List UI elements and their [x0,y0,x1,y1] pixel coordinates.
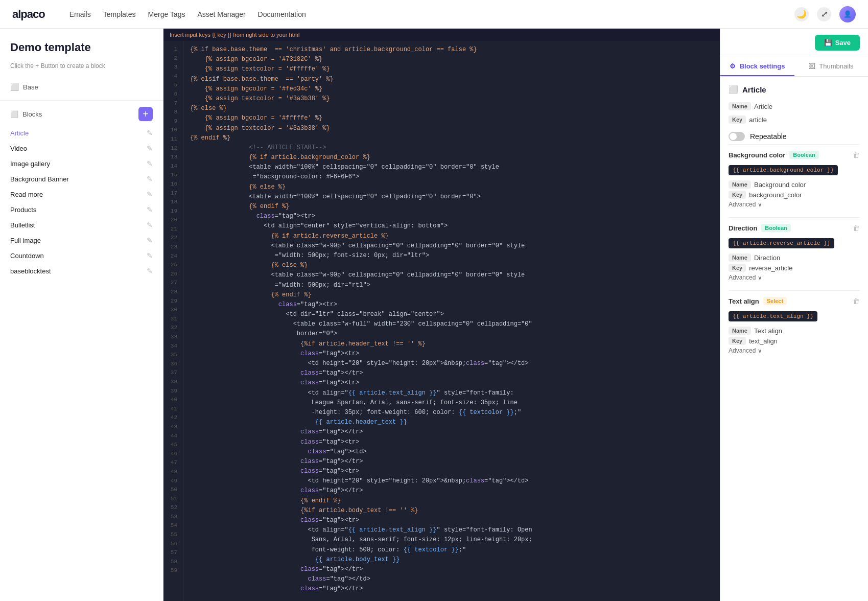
name-value-text_align: Text align [754,327,782,335]
advanced-label-direction: Advanced ∨ [729,274,762,281]
tpl-tag-background_color: {{ article.background_color }} [729,165,838,175]
code-line-47: class="tag"><tr> [190,467,714,476]
input-section-text_align: Text align Select 🗑 {{ article.text_alig… [729,290,860,356]
edit-icon-0[interactable]: ✎ [147,129,153,137]
line-numbers: 1234567891011121314151617181920212223242… [163,41,184,601]
edit-icon-4[interactable]: ✎ [147,190,153,198]
code-line-43: class="tag"></tr> [190,427,714,437]
code-line-36: <td height="20" style="height: 20px">&nb… [190,359,714,368]
key-badge-article: Key [729,115,746,124]
code-line-18: {% else %} [190,182,714,192]
edit-icon-8[interactable]: ✎ [147,251,153,260]
editor-area: Insert input keys {{ key }} from right s… [163,29,720,601]
sidebar-item-bulletlist[interactable]: Bulletlist ✎ [0,217,163,233]
code-line-23: {% if article.reverse_article %} [190,232,714,241]
edit-icon-9[interactable]: ✎ [147,267,153,275]
code-line-48: <td height="20" style="height: 20px">&nb… [190,476,714,486]
code-content[interactable]: {% if base.base.theme == 'christmas' and… [184,41,720,601]
nav-documentation[interactable]: Documentation [258,10,306,18]
blocks-header: ⬜ Blocks + [0,103,163,125]
code-line-16: <table width="100%" cellspacing="0" cell… [190,163,714,172]
nav-templates[interactable]: Templates [103,10,136,18]
code-line-55: font-weight: 500; color: {{ textcolor }}… [190,545,714,555]
tab-thumbnails[interactable]: 🖼 Thumbnails [794,57,869,76]
nav-links: Emails Templates Merge Tags Asset Manage… [69,10,306,18]
sidebar-base-section: ⬜ Base [0,76,163,98]
code-line-54: Sans, Arial, sans-serif; font-size: 12px… [190,535,714,545]
code-line-40: League Spartan, Arial, sans-serif; font-… [190,398,714,408]
input-title-background_color: Background color [729,151,785,159]
save-button[interactable]: 💾 Save [815,35,860,51]
advanced-toggle-direction[interactable]: Advanced ∨ [729,272,860,283]
add-block-button[interactable]: + [138,107,153,121]
sidebar-item-products[interactable]: Products ✎ [0,202,163,217]
edit-icon-6[interactable]: ✎ [147,221,153,229]
code-editor[interactable]: 1234567891011121314151617181920212223242… [163,41,720,601]
input-header-direction: Direction Boolean 🗑 [729,224,860,232]
edit-icon-5[interactable]: ✎ [147,205,153,214]
tpl-tag-text_align: {{ article.text_align }} [729,311,817,321]
delete-icon-text_align[interactable]: 🗑 [853,297,860,305]
name-badge-background_color: Name [729,180,751,189]
code-line-56: {{ article.body_text }} [190,555,714,565]
code-line-2: {% assign bgcolor = '#73182C' %} [190,55,714,64]
edit-icon-7[interactable]: ✎ [147,236,153,244]
sidebar: Demo template Click the + Button to crea… [0,29,163,601]
delete-icon-direction[interactable]: 🗑 [853,224,860,232]
advanced-toggle-background_color[interactable]: Advanced ∨ [729,199,860,210]
avatar[interactable]: 👤 [839,6,856,22]
type-badge-text_align: Select [763,297,787,305]
code-line-20: {% endif %} [190,202,714,212]
advanced-label-text_align: Advanced ∨ [729,347,762,354]
name-badge-text_align: Name [729,327,751,335]
code-line-37: class="tag"></tr> [190,368,714,378]
sidebar-item-article[interactable]: Article ✎ [0,125,163,141]
edit-icon-3[interactable]: ✎ [147,175,153,183]
edit-icon-1[interactable]: ✎ [147,144,153,152]
logo: alpaco [12,8,45,21]
article-name-row: Name Article [729,102,860,110]
repeatable-toggle[interactable] [729,132,745,141]
sidebar-item-image-gallery[interactable]: Image gallery ✎ [0,156,163,171]
input-header-background_color: Background color Boolean 🗑 [729,151,860,159]
input-header-text_align: Text align Select 🗑 [729,297,860,305]
sidebar-item-video[interactable]: Video ✎ [0,141,163,156]
code-line-44: class="tag"><tr> [190,437,714,447]
code-line-19: <table width="100%" cellspacing="0" cell… [190,192,714,202]
code-line-28: ="width: 500px; dir="rtl"> [190,281,714,290]
sidebar-item-full-image[interactable]: Full image ✎ [0,233,163,248]
sidebar-base-label: ⬜ Base [10,80,153,94]
article-key-row: Key article [729,115,860,124]
code-line-25: ="width: 500px; font-size: 0px; dir="ltr… [190,251,714,261]
nav-emails[interactable]: Emails [69,10,91,18]
moon-icon[interactable]: 🌙 [794,7,809,21]
sidebar-item-read-more[interactable]: Read more ✎ [0,187,163,202]
name-badge-direction: Name [729,253,751,262]
blocks-title-label: ⬜ Blocks [10,110,42,118]
article-icon: ⬜ [729,85,738,94]
edit-icon-2[interactable]: ✎ [147,159,153,168]
code-line-58: class="tag"></td> [190,574,714,584]
code-line-35: class="tag"><tr> [190,349,714,359]
sidebar-item-baseblocktest[interactable]: baseblocktest ✎ [0,263,163,279]
code-line-50: {% endif %} [190,496,714,506]
code-line-17: ="background-color: #F6F6F6"> [190,172,714,182]
nav-merge-tags[interactable]: Merge Tags [148,10,185,18]
code-line-30: class="tag"><tr> [190,300,714,310]
code-line-39: <td align="{{ article.text_align }}" sty… [190,388,714,398]
tab-block-settings[interactable]: ⚙ Block settings [720,57,794,76]
input-sections: Background color Boolean 🗑 {{ article.ba… [729,144,860,356]
delete-icon-background_color[interactable]: 🗑 [853,151,860,159]
sidebar-item-countdown[interactable]: Countdown ✎ [0,248,163,263]
code-line-33: border="0"> [190,329,714,339]
expand-icon[interactable]: ⤢ [817,7,831,21]
nav-asset-manager[interactable]: Asset Manager [197,10,245,18]
page-title: Demo template [0,37,163,62]
code-line-34: {%if article.header_text !== '' %} [190,339,714,349]
code-line-5: {% elsif base.base.theme == 'party' %} [190,75,714,84]
advanced-toggle-text_align[interactable]: Advanced ∨ [729,345,860,356]
input-section-background_color: Background color Boolean 🗑 {{ article.ba… [729,144,860,210]
code-line-53: <td align="{{ article.text_align }}" sty… [190,525,714,535]
code-line-31: <td dir="ltr" class="break" align="cente… [190,310,714,319]
sidebar-item-background-banner[interactable]: Background Banner ✎ [0,171,163,187]
